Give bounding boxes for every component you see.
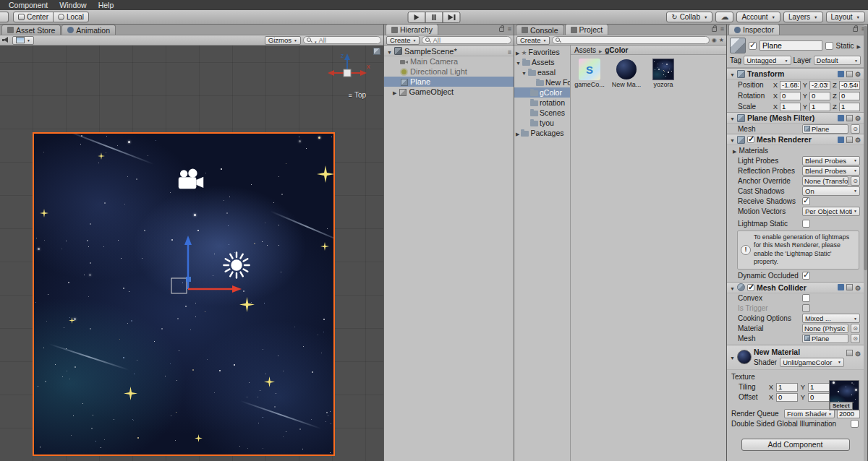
pivot-center-button[interactable]: Center (13, 12, 54, 22)
scale-y-input[interactable] (809, 103, 830, 111)
render-queue-input[interactable] (837, 410, 860, 418)
breadcrumb-current[interactable]: gColor (605, 46, 628, 54)
orientation-gizmo[interactable]: x z (324, 48, 370, 95)
search-by-label-icon[interactable]: ★ (719, 38, 724, 43)
tree-item-packages[interactable]: Packages (514, 128, 570, 138)
tree-item-new-folder[interactable]: New Fol... (514, 77, 570, 87)
tab-hierarchy[interactable]: Hierarchy (386, 24, 438, 35)
scene-search-input[interactable] (318, 36, 378, 44)
lock-icon[interactable] (499, 27, 504, 32)
step-button[interactable] (443, 12, 461, 23)
mesh-filter-header[interactable]: Plane (Mesh Filter) (727, 113, 864, 124)
selection-handle[interactable] (171, 278, 187, 293)
gear-icon[interactable] (855, 349, 861, 358)
search-by-type-icon[interactable]: ◉ (712, 38, 717, 43)
tool-button-partial[interactable] (0, 12, 9, 22)
hierarchy-scene-row[interactable]: SampleScene* (384, 46, 514, 56)
preset-icon[interactable] (846, 137, 853, 143)
foldout-open-icon[interactable] (522, 68, 527, 77)
docs-icon[interactable] (838, 71, 844, 77)
layers-button[interactable]: Layers (783, 12, 822, 22)
tree-item-scenes[interactable]: Scenes (514, 108, 570, 118)
scene-viewport[interactable]: x z Top (0, 46, 383, 461)
preset-icon[interactable] (846, 115, 853, 121)
scale-z-input[interactable] (839, 103, 860, 111)
hierarchy-item-plane[interactable]: Plane (384, 77, 514, 87)
menu-window[interactable]: Window (54, 0, 92, 10)
gear-icon[interactable] (855, 69, 861, 78)
foldout-open-icon[interactable] (730, 353, 735, 361)
rotation-z-input[interactable] (839, 92, 860, 100)
static-dropdown-icon[interactable] (857, 41, 861, 50)
asset-gamecolor-shader[interactable]: S gameCo... (574, 59, 605, 88)
hierarchy-search[interactable] (422, 36, 511, 44)
component-enabled-checkbox[interactable] (747, 284, 754, 291)
pivot-local-button[interactable]: Local (53, 12, 89, 22)
breadcrumb-root[interactable]: Assets (574, 46, 596, 54)
object-picker-icon[interactable] (851, 324, 860, 333)
gizmos-dropdown[interactable]: Gizmos (265, 36, 301, 45)
texture-preview[interactable]: Select (829, 380, 859, 410)
foldout-closed-icon[interactable] (733, 147, 736, 155)
x-neg-axis-cone[interactable] (328, 70, 334, 76)
docs-icon[interactable] (838, 137, 844, 143)
materials-foldout-row[interactable]: Materials (727, 145, 864, 155)
rotation-y-input[interactable] (809, 92, 830, 100)
lightmap-static-checkbox[interactable] (802, 220, 810, 228)
menu-help[interactable]: Help (93, 0, 120, 10)
texture-select-button[interactable]: Select (830, 402, 853, 410)
add-component-button[interactable]: Add Component (741, 439, 850, 451)
tree-item-favorites[interactable]: Favorites (514, 47, 570, 57)
name-field[interactable] (760, 40, 822, 51)
position-x-input[interactable] (780, 81, 801, 90)
gear-icon[interactable] (855, 283, 861, 292)
project-search[interactable] (552, 36, 709, 44)
mesh-object-field[interactable]: Plane (802, 124, 848, 134)
foldout-open-icon[interactable] (730, 283, 735, 292)
collider-mesh-field[interactable]: Plane (802, 334, 848, 343)
render-queue-dropdown[interactable]: From Shader (784, 409, 835, 418)
anchor-override-field[interactable]: None (Transform) (802, 176, 848, 186)
foldout-open-icon[interactable] (730, 113, 735, 122)
tab-asset-store[interactable]: Asset Store (1, 25, 61, 35)
tree-item-tyou[interactable]: tyou (514, 118, 570, 128)
tiling-y-input[interactable] (808, 383, 830, 392)
mesh-collider-header[interactable]: Mesh Collider (727, 283, 864, 293)
plane-object[interactable] (33, 132, 335, 456)
active-checkbox[interactable] (749, 42, 757, 50)
scene-search[interactable] (303, 36, 381, 44)
preset-icon[interactable] (846, 350, 853, 356)
preset-icon[interactable] (846, 71, 853, 77)
offset-x-input[interactable] (776, 393, 798, 402)
rotation-x-input[interactable] (780, 92, 801, 100)
dsgi-checkbox[interactable] (851, 420, 859, 428)
shader-dropdown[interactable]: Unlit/gameColor (780, 358, 844, 367)
motion-vectors-dropdown[interactable]: Per Object Motion (802, 207, 860, 216)
collab-button[interactable]: Collab (666, 12, 712, 22)
docs-icon[interactable] (838, 115, 844, 121)
tree-item-rotation[interactable]: rotation (514, 98, 570, 108)
layer-dropdown[interactable]: Default (814, 56, 861, 65)
gizmo-center-cube[interactable] (344, 69, 351, 77)
camera-settings-dropdown[interactable] (12, 36, 34, 45)
gear-icon[interactable] (855, 113, 861, 122)
view-angle-label[interactable]: Top (349, 91, 366, 99)
tree-item-assets[interactable]: Assets (514, 57, 570, 67)
hierarchy-create-button[interactable]: Create (386, 36, 420, 45)
docs-icon[interactable] (838, 284, 844, 290)
material-header[interactable]: New Material Shader Unlit/gameColor (727, 345, 864, 370)
account-button[interactable]: Account (736, 12, 780, 22)
gear-icon[interactable] (855, 135, 861, 144)
dynamic-occluded-checkbox[interactable] (802, 272, 810, 280)
cast-shadows-dropdown[interactable]: On (802, 186, 860, 196)
reflection-probes-dropdown[interactable]: Blend Probes (802, 166, 860, 176)
transform-header[interactable]: Transform (727, 69, 864, 79)
physic-material-field[interactable]: None (Physic Material) (802, 324, 848, 333)
tab-animation[interactable]: Animation (61, 25, 116, 35)
x-axis-cone[interactable] (360, 70, 367, 76)
hierarchy-item-directional-light[interactable]: Directional Light (384, 66, 514, 77)
tiling-x-input[interactable] (776, 383, 798, 392)
camera-gizmo-icon[interactable] (176, 168, 206, 191)
foldout-closed-icon[interactable] (393, 87, 396, 96)
mesh-renderer-header[interactable]: Mesh Renderer (727, 134, 864, 145)
